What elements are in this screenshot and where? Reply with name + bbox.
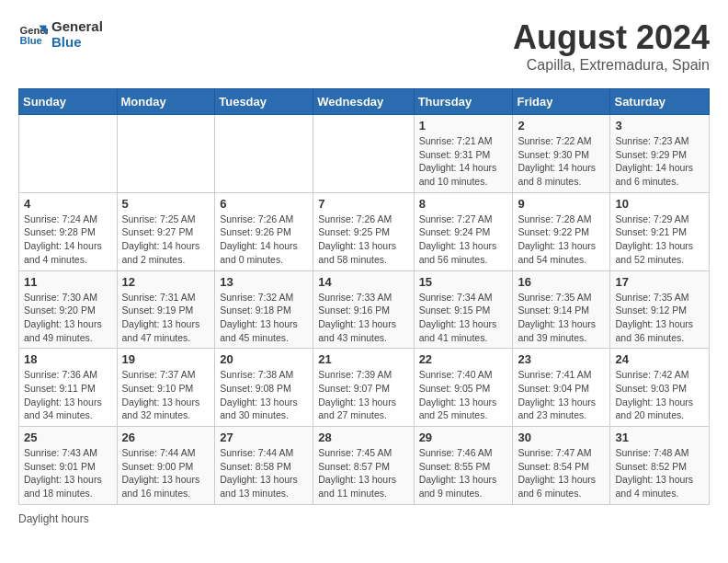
- header-cell-thursday: Thursday: [414, 89, 513, 115]
- day-number: 16: [518, 275, 605, 289]
- day-number: 17: [615, 275, 704, 289]
- day-info: Sunrise: 7:44 AM Sunset: 8:58 PM Dayligh…: [220, 446, 308, 500]
- day-cell: 14Sunrise: 7:33 AM Sunset: 9:16 PM Dayli…: [313, 270, 414, 349]
- day-info: Sunrise: 7:48 AM Sunset: 8:52 PM Dayligh…: [615, 446, 704, 500]
- day-number: 28: [318, 431, 408, 444]
- calendar-table: SundayMondayTuesdayWednesdayThursdayFrid…: [18, 88, 710, 505]
- day-cell: 5Sunrise: 7:25 AM Sunset: 9:27 PM Daylig…: [117, 192, 215, 270]
- day-cell: 28Sunrise: 7:45 AM Sunset: 8:57 PM Dayli…: [313, 427, 414, 505]
- day-cell: 13Sunrise: 7:32 AM Sunset: 9:18 PM Dayli…: [215, 270, 313, 349]
- day-cell: 9Sunrise: 7:28 AM Sunset: 9:22 PM Daylig…: [513, 192, 610, 270]
- day-info: Sunrise: 7:24 AM Sunset: 9:28 PM Dayligh…: [24, 213, 112, 267]
- day-info: Sunrise: 7:43 AM Sunset: 9:01 PM Dayligh…: [24, 446, 112, 500]
- day-number: 20: [220, 352, 308, 366]
- day-info: Sunrise: 7:27 AM Sunset: 9:24 PM Dayligh…: [419, 213, 508, 267]
- day-number: 27: [220, 431, 308, 444]
- day-info: Sunrise: 7:25 AM Sunset: 9:27 PM Dayligh…: [122, 213, 210, 267]
- calendar-subtitle: Capilla, Extremadura, Spain: [513, 57, 710, 74]
- legend-daylight: Daylight hours: [18, 512, 89, 525]
- day-cell: 25Sunrise: 7:43 AM Sunset: 9:01 PM Dayli…: [19, 427, 118, 505]
- header-cell-saturday: Saturday: [610, 89, 710, 115]
- day-cell: [117, 115, 215, 193]
- day-number: 5: [122, 197, 210, 211]
- day-number: 15: [419, 275, 508, 289]
- day-number: 29: [419, 431, 508, 444]
- day-number: 14: [318, 275, 408, 289]
- day-info: Sunrise: 7:44 AM Sunset: 9:00 PM Dayligh…: [122, 446, 210, 500]
- logo-line2: Blue: [51, 34, 103, 50]
- day-number: 19: [122, 352, 210, 366]
- day-info: Sunrise: 7:36 AM Sunset: 9:11 PM Dayligh…: [24, 368, 112, 422]
- day-number: 25: [24, 431, 112, 444]
- day-info: Sunrise: 7:26 AM Sunset: 9:26 PM Dayligh…: [220, 213, 308, 267]
- day-number: 10: [615, 197, 704, 211]
- week-row-3: 11Sunrise: 7:30 AM Sunset: 9:20 PM Dayli…: [19, 270, 710, 349]
- day-cell: 8Sunrise: 7:27 AM Sunset: 9:24 PM Daylig…: [414, 192, 513, 270]
- header-cell-tuesday: Tuesday: [215, 89, 313, 115]
- day-info: Sunrise: 7:31 AM Sunset: 9:19 PM Dayligh…: [122, 291, 210, 345]
- week-row-2: 4Sunrise: 7:24 AM Sunset: 9:28 PM Daylig…: [19, 192, 710, 270]
- day-cell: 11Sunrise: 7:30 AM Sunset: 9:20 PM Dayli…: [19, 270, 118, 349]
- header: General Blue General Blue August 2024 Ca…: [18, 18, 710, 74]
- day-cell: 1Sunrise: 7:21 AM Sunset: 9:31 PM Daylig…: [414, 115, 513, 193]
- day-cell: 27Sunrise: 7:44 AM Sunset: 8:58 PM Dayli…: [215, 427, 313, 505]
- day-number: 12: [122, 275, 210, 289]
- day-info: Sunrise: 7:42 AM Sunset: 9:03 PM Dayligh…: [615, 368, 704, 422]
- day-number: 13: [220, 275, 308, 289]
- day-cell: 17Sunrise: 7:35 AM Sunset: 9:12 PM Dayli…: [610, 270, 710, 349]
- day-info: Sunrise: 7:37 AM Sunset: 9:10 PM Dayligh…: [122, 368, 210, 422]
- day-cell: 10Sunrise: 7:29 AM Sunset: 9:21 PM Dayli…: [610, 192, 710, 270]
- day-number: 7: [318, 197, 408, 211]
- header-row: SundayMondayTuesdayWednesdayThursdayFrid…: [19, 89, 710, 115]
- day-cell: [19, 115, 118, 193]
- header-cell-friday: Friday: [513, 89, 610, 115]
- header-cell-sunday: Sunday: [19, 89, 118, 115]
- legend: Daylight hours: [18, 512, 710, 525]
- day-cell: 29Sunrise: 7:46 AM Sunset: 8:55 PM Dayli…: [414, 427, 513, 505]
- day-info: Sunrise: 7:45 AM Sunset: 8:57 PM Dayligh…: [318, 446, 408, 500]
- day-cell: 4Sunrise: 7:24 AM Sunset: 9:28 PM Daylig…: [19, 192, 118, 270]
- day-number: 1: [419, 119, 508, 132]
- week-row-4: 18Sunrise: 7:36 AM Sunset: 9:11 PM Dayli…: [19, 349, 710, 427]
- day-cell: 16Sunrise: 7:35 AM Sunset: 9:14 PM Dayli…: [513, 270, 610, 349]
- day-number: 4: [24, 197, 112, 211]
- day-info: Sunrise: 7:41 AM Sunset: 9:04 PM Dayligh…: [518, 368, 605, 422]
- day-cell: 21Sunrise: 7:39 AM Sunset: 9:07 PM Dayli…: [313, 349, 414, 427]
- day-cell: [313, 115, 414, 193]
- day-info: Sunrise: 7:47 AM Sunset: 8:54 PM Dayligh…: [518, 446, 605, 500]
- day-cell: [215, 115, 313, 193]
- week-row-5: 25Sunrise: 7:43 AM Sunset: 9:01 PM Dayli…: [19, 427, 710, 505]
- day-info: Sunrise: 7:33 AM Sunset: 9:16 PM Dayligh…: [318, 291, 408, 345]
- day-cell: 2Sunrise: 7:22 AM Sunset: 9:30 PM Daylig…: [513, 115, 610, 193]
- day-info: Sunrise: 7:32 AM Sunset: 9:18 PM Dayligh…: [220, 291, 308, 345]
- day-number: 9: [518, 197, 605, 211]
- day-number: 24: [615, 352, 704, 366]
- day-cell: 22Sunrise: 7:40 AM Sunset: 9:05 PM Dayli…: [414, 349, 513, 427]
- day-cell: 15Sunrise: 7:34 AM Sunset: 9:15 PM Dayli…: [414, 270, 513, 349]
- day-cell: 24Sunrise: 7:42 AM Sunset: 9:03 PM Dayli…: [610, 349, 710, 427]
- day-cell: 3Sunrise: 7:23 AM Sunset: 9:29 PM Daylig…: [610, 115, 710, 193]
- day-number: 21: [318, 352, 408, 366]
- day-info: Sunrise: 7:26 AM Sunset: 9:25 PM Dayligh…: [318, 213, 408, 267]
- logo-line1: General: [51, 18, 103, 34]
- day-info: Sunrise: 7:46 AM Sunset: 8:55 PM Dayligh…: [419, 446, 508, 500]
- day-info: Sunrise: 7:35 AM Sunset: 9:12 PM Dayligh…: [615, 291, 704, 345]
- day-number: 22: [419, 352, 508, 366]
- day-cell: 7Sunrise: 7:26 AM Sunset: 9:25 PM Daylig…: [313, 192, 414, 270]
- day-cell: 12Sunrise: 7:31 AM Sunset: 9:19 PM Dayli…: [117, 270, 215, 349]
- day-cell: 19Sunrise: 7:37 AM Sunset: 9:10 PM Dayli…: [117, 349, 215, 427]
- day-info: Sunrise: 7:34 AM Sunset: 9:15 PM Dayligh…: [419, 291, 508, 345]
- week-row-1: 1Sunrise: 7:21 AM Sunset: 9:31 PM Daylig…: [19, 115, 710, 193]
- day-cell: 31Sunrise: 7:48 AM Sunset: 8:52 PM Dayli…: [610, 427, 710, 505]
- day-info: Sunrise: 7:35 AM Sunset: 9:14 PM Dayligh…: [518, 291, 605, 345]
- day-info: Sunrise: 7:38 AM Sunset: 9:08 PM Dayligh…: [220, 368, 308, 422]
- day-number: 8: [419, 197, 508, 211]
- day-number: 3: [615, 119, 704, 132]
- day-cell: 18Sunrise: 7:36 AM Sunset: 9:11 PM Dayli…: [19, 349, 118, 427]
- day-info: Sunrise: 7:30 AM Sunset: 9:20 PM Dayligh…: [24, 291, 112, 345]
- header-cell-monday: Monday: [117, 89, 215, 115]
- day-info: Sunrise: 7:22 AM Sunset: 9:30 PM Dayligh…: [518, 134, 605, 189]
- day-number: 2: [518, 119, 605, 132]
- day-info: Sunrise: 7:21 AM Sunset: 9:31 PM Dayligh…: [419, 134, 508, 189]
- day-number: 31: [615, 431, 704, 444]
